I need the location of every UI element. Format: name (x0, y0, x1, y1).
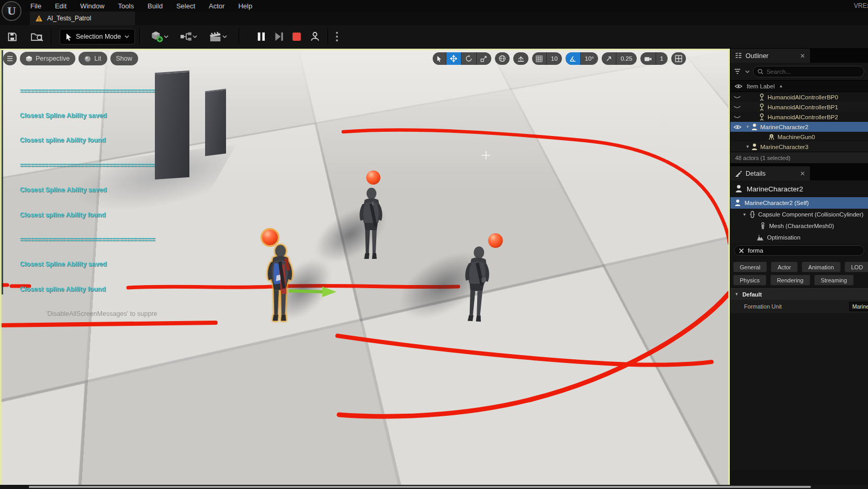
expander-arrow-icon[interactable]: ▼ (741, 212, 748, 217)
outliner-search-box[interactable] (753, 66, 864, 77)
filter-icon[interactable] (734, 69, 742, 74)
eye-closed-icon[interactable] (734, 95, 741, 99)
marine-character[interactable] (448, 243, 505, 328)
component-row-self-selected[interactable]: MarineCharacter2 (Self) (730, 197, 868, 209)
component-row-optimisation[interactable]: Optimisation (730, 232, 868, 243)
tab-outliner[interactable]: Outliner ✕ (730, 49, 810, 63)
outliner-row-label[interactable]: HumanoidAIControllerBP1 (768, 104, 838, 110)
add-actor-button[interactable] (147, 28, 172, 45)
horizontal-scrollbar-thumb[interactable] (29, 486, 811, 488)
unreal-logo-icon[interactable]: U (2, 1, 21, 21)
angle-snap-icon (569, 55, 577, 62)
close-icon[interactable]: ✕ (800, 52, 805, 60)
content-browser-button[interactable] (28, 28, 47, 45)
clear-search-x-icon[interactable] (739, 248, 744, 254)
component-row-mesh[interactable]: Mesh (CharacterMesh0) (730, 220, 868, 232)
category-tab-lod[interactable]: LOD (844, 261, 868, 272)
lit-dropdown[interactable]: Lit (78, 52, 107, 65)
category-tab-general[interactable]: General (733, 261, 767, 272)
category-tab-rendering[interactable]: Rendering (770, 275, 810, 286)
component-row-label[interactable]: Capsule Component (CollisionCylinder) (758, 211, 863, 218)
menu-build[interactable]: Build (148, 2, 163, 10)
outliner-row-label[interactable]: MarineCharacter2 (760, 124, 808, 130)
menu-window[interactable]: Window (80, 2, 104, 10)
item-label-header[interactable]: Item Label (747, 83, 775, 89)
menu-file[interactable]: File (30, 2, 41, 10)
camera-speed-control[interactable]: 1 (640, 52, 668, 65)
viewport-options-button[interactable] (3, 52, 17, 65)
select-tool-button[interactable] (433, 52, 446, 65)
expander-arrow-icon[interactable]: ▼ (744, 144, 751, 149)
pause-button[interactable] (254, 28, 269, 45)
eject-possess-button[interactable] (307, 28, 323, 45)
surface-snapping-button[interactable] (513, 52, 528, 65)
menu-edit[interactable]: Edit (55, 2, 66, 10)
scale-snap-control[interactable]: 0.25 (602, 52, 636, 65)
scale-tool-button[interactable] (477, 52, 491, 65)
category-tab-actor[interactable]: Actor (771, 261, 798, 272)
category-tab-animation[interactable]: Animation (802, 261, 841, 272)
category-tab-physics[interactable]: Physics (733, 275, 766, 286)
world-space-toggle[interactable] (495, 52, 510, 65)
perspective-label: Perspective (36, 55, 70, 62)
blueprints-button[interactable] (177, 28, 200, 45)
tab-level-asset[interactable]: AI_Tests_Patrol (30, 12, 135, 25)
move-tool-button[interactable] (446, 52, 461, 65)
tab-details[interactable]: Details ✕ (730, 166, 810, 180)
component-row-label[interactable]: MarineCharacter2 (Self) (745, 200, 809, 206)
menu-tools[interactable]: Tools (118, 2, 134, 10)
save-button[interactable] (4, 28, 20, 45)
perspective-dropdown[interactable]: Perspective (20, 52, 75, 65)
formation-unit-value-dropdown[interactable]: Marine (849, 302, 868, 311)
section-header-default[interactable]: ▼ Default (730, 288, 868, 300)
rotation-snap-value: 10° (581, 55, 598, 62)
outliner-column-header[interactable]: Item Label ▲ (730, 80, 868, 92)
component-row-label[interactable]: Mesh (CharacterMesh0) (769, 223, 834, 229)
outliner-row-label[interactable]: HumanoidAIControllerBP2 (768, 114, 838, 120)
outliner-row-label[interactable]: MarineCharacter3 (760, 144, 808, 150)
outliner-row[interactable]: ▼ MarineCharacter3 (730, 142, 868, 152)
marine-character-3[interactable] (352, 186, 390, 265)
category-tab-streaming[interactable]: Streaming (814, 275, 854, 286)
eye-open-icon[interactable] (734, 124, 741, 130)
outliner-row[interactable]: HumanoidAIControllerBP0 (730, 92, 868, 102)
scale-snap-arrow-icon (605, 55, 612, 62)
grid-snap-control[interactable]: 10 (532, 52, 562, 65)
details-search-box[interactable] (734, 245, 864, 256)
component-row-label[interactable]: Optimisation (767, 234, 801, 241)
expander-arrow-icon[interactable]: ▼ (744, 124, 751, 129)
expander-arrow-icon[interactable]: ▼ (735, 292, 739, 297)
chevron-down-icon[interactable] (745, 70, 750, 73)
level-viewport[interactable]: ====================================== C… (0, 49, 730, 489)
eye-closed-icon[interactable] (734, 105, 741, 109)
main-toolbar: Selection Mode (0, 25, 868, 49)
outliner-row-selected[interactable]: ▼ MarineCharacter2 (730, 122, 868, 132)
menu-select[interactable]: Select (176, 2, 195, 10)
outliner-row-label[interactable]: HumanoidAIControllerBP0 (768, 94, 838, 100)
menu-help[interactable]: Help (238, 2, 252, 10)
outliner-row-label[interactable]: MachineGun0 (777, 134, 815, 140)
menu-actor[interactable]: Actor (209, 2, 224, 10)
play-options-button[interactable] (332, 28, 342, 45)
outliner-row[interactable]: HumanoidAIControllerBP2 (730, 112, 868, 122)
show-dropdown[interactable]: Show (110, 52, 138, 65)
viewport-layout-button[interactable] (671, 52, 686, 65)
eye-closed-icon[interactable] (734, 115, 741, 119)
rotation-snap-control[interactable]: 10° (566, 52, 598, 65)
property-label: Formation Unit (744, 303, 782, 310)
select-arrow-icon (436, 55, 442, 62)
rotate-tool-button[interactable] (461, 52, 477, 65)
details-search-input[interactable] (748, 247, 860, 254)
details-title-text: MarineCharacter2 (747, 185, 803, 193)
outliner-row-child[interactable]: MachineGun0 (730, 132, 868, 142)
frame-skip-button[interactable] (271, 28, 287, 45)
cinematics-button[interactable] (206, 28, 230, 45)
component-row-capsule[interactable]: ▼ Capsule Component (CollisionCylinder) (730, 209, 868, 220)
outliner-search-input[interactable] (766, 69, 860, 75)
selection-mode-dropdown[interactable]: Selection Mode (60, 29, 135, 44)
stop-button[interactable] (289, 28, 305, 45)
close-icon[interactable]: ✕ (800, 170, 805, 177)
chevron-down-icon (125, 35, 129, 38)
debug-line: Closest Spline Ability saved (20, 112, 157, 120)
outliner-row[interactable]: HumanoidAIControllerBP1 (730, 102, 868, 112)
